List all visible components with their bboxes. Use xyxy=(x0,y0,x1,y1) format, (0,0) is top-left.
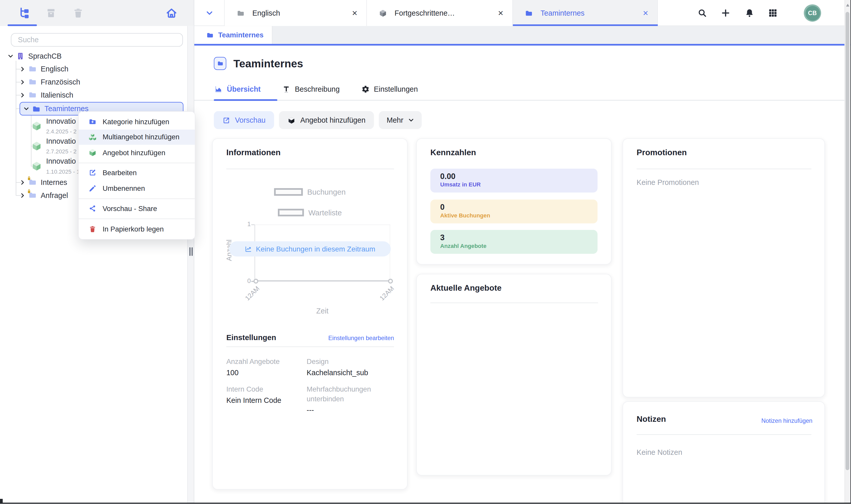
plus-icon[interactable] xyxy=(721,8,731,18)
tab-fortgeschrittene[interactable]: Fortgeschrittene… ✕ xyxy=(367,0,513,26)
field-value: Kein Intern Code xyxy=(226,396,307,406)
multi-cube-icon xyxy=(88,133,97,141)
resize-handle[interactable] xyxy=(189,247,190,256)
menu-item-label: Multiangebot hinzufügen xyxy=(103,133,179,141)
tree-node-internes[interactable]: Internes xyxy=(19,176,69,189)
close-icon[interactable]: ✕ xyxy=(498,9,504,17)
tree-offer-item[interactable]: Innovatio 1.10.2025 - 1 xyxy=(32,156,79,176)
breadcrumb-label: Teaminternes xyxy=(218,31,263,39)
window-edge-right xyxy=(850,0,851,504)
archive-icon[interactable] xyxy=(45,7,57,19)
preview-button[interactable]: Vorschau xyxy=(214,111,274,129)
tab-uebersicht[interactable]: Übersicht xyxy=(214,85,261,93)
chevron-down-icon[interactable] xyxy=(8,53,16,59)
tree-node-englisch[interactable]: Englisch xyxy=(19,62,68,75)
field-intern-code: Intern Code Kein Intern Code xyxy=(226,385,307,416)
tree-node-italienisch[interactable]: Italienisch xyxy=(19,88,73,102)
avatar[interactable]: CB xyxy=(804,4,821,22)
menu-item-bearbeiten[interactable]: Bearbeiten xyxy=(79,165,195,181)
tab-label: Englisch xyxy=(253,9,345,17)
sidebar-resize-gutter[interactable] xyxy=(187,26,194,504)
offer-dates: 2.4.2025 - 2 xyxy=(46,128,77,134)
chart-tick-mark xyxy=(251,224,255,225)
tab-teaminternes[interactable]: Teaminternes ✕ xyxy=(513,0,658,26)
offer-title: Innovatio xyxy=(46,137,76,145)
tree-connector xyxy=(16,61,16,195)
tree-node-franzoesisch[interactable]: Französisch xyxy=(19,75,80,88)
tabstrip-collapse-button[interactable] xyxy=(194,0,225,26)
field-design: Design Kachelansicht_sub xyxy=(307,357,396,378)
scrollbar-thumb[interactable] xyxy=(846,12,849,470)
tree-offer-item[interactable]: Innovatio 2.4.2025 - 2 xyxy=(32,116,79,136)
app-window: SprachCB Englisch Französisch Italienisc… xyxy=(0,0,851,504)
bell-icon[interactable] xyxy=(745,8,754,18)
tree-offer-item[interactable]: Innovatio 2.7.2025 - 2 xyxy=(32,136,79,156)
legend-swatch xyxy=(274,188,303,196)
add-offer-button[interactable]: Angebot hinzufügen xyxy=(279,111,374,129)
menu-item-umbenennen[interactable]: Umbenennen xyxy=(79,181,195,196)
card-divider xyxy=(637,168,812,169)
tree-node-label: SprachCB xyxy=(28,52,62,60)
tree-view-icon[interactable] xyxy=(18,7,30,19)
grid-icon[interactable] xyxy=(768,8,778,18)
tab-einstellungen[interactable]: Einstellungen xyxy=(361,85,418,93)
menu-item-kategorie-hinzufuegen[interactable]: Kategorie hinzufügen xyxy=(79,114,195,129)
text-icon xyxy=(282,85,291,93)
stat-value: 0.00 xyxy=(440,172,597,181)
menu-divider xyxy=(79,162,195,163)
edit-icon xyxy=(88,169,97,177)
menu-item-angebot-hinzufuegen[interactable]: Angebot hinzufügen xyxy=(79,145,195,160)
card-divider xyxy=(226,168,394,169)
resize-handle[interactable] xyxy=(191,247,192,256)
menu-item-label: Vorschau - Share xyxy=(103,204,157,213)
card-title: Aktuelle Angebote xyxy=(430,283,502,292)
home-icon[interactable] xyxy=(166,7,178,19)
tab-label: Teaminternes xyxy=(541,9,636,17)
more-button[interactable]: Mehr xyxy=(379,111,422,129)
card-notizen: Notizen Notizen hinzufügen Keine Notizen xyxy=(623,401,825,504)
field-value: Kachelansicht_sub xyxy=(307,368,396,378)
chevron-right-icon[interactable] xyxy=(19,92,28,98)
scrollbar-up-arrow[interactable] xyxy=(846,4,849,7)
legend-warteliste[interactable]: Warteliste xyxy=(213,208,407,217)
stat-label: Umsatz in EUR xyxy=(440,181,597,188)
close-icon[interactable]: ✕ xyxy=(643,9,648,17)
add-note-link[interactable]: Notizen hinzufügen xyxy=(761,417,812,424)
cube-icon xyxy=(379,9,387,17)
folder-icon xyxy=(237,9,245,17)
page-tabs: Übersicht Beschreibung Einstellungen xyxy=(214,82,418,96)
tab-englisch[interactable]: Englisch ✕ xyxy=(225,0,367,26)
field-anzahl-angebote: Anzahl Angebote 100 xyxy=(226,357,307,378)
chevron-down-icon[interactable] xyxy=(23,106,32,112)
trash-icon[interactable] xyxy=(72,7,84,19)
card-title: Promotionen xyxy=(637,147,687,157)
tree-node-anfragel[interactable]: Anfragel xyxy=(19,189,69,202)
breadcrumb[interactable]: Teaminternes xyxy=(194,26,273,44)
chart-y-tick: 0 xyxy=(235,277,251,284)
search-input[interactable] xyxy=(11,33,183,47)
pen-icon xyxy=(88,184,97,192)
menu-item-in-papierkorb-legen[interactable]: In Papierkorb legen xyxy=(79,221,195,237)
active-page-tab-indicator xyxy=(214,99,277,101)
folder-icon xyxy=(206,31,214,39)
stat-anzahl-angebote: 3 Anzahl Angebote xyxy=(430,230,597,254)
close-icon[interactable]: ✕ xyxy=(352,9,358,17)
field-mehrfachbuchungen: Mehrfachbuchungen unterbinden --- xyxy=(307,385,382,416)
tree-node-root[interactable]: SprachCB xyxy=(8,50,62,62)
empty-state-text: Keine Promotionen xyxy=(637,179,699,187)
stat-label: Aktive Buchungen xyxy=(440,212,597,219)
sidebar-toolbar xyxy=(0,0,194,26)
chevron-right-icon[interactable] xyxy=(19,79,28,85)
button-label: Angebot hinzufügen xyxy=(300,116,365,124)
menu-item-multiangebot-hinzufuegen[interactable]: Multiangebot hinzufügen xyxy=(79,129,195,145)
folder-icon xyxy=(217,60,223,67)
menu-item-vorschau-share[interactable]: Vorschau - Share xyxy=(79,201,195,216)
legend-buchungen[interactable]: Buchungen xyxy=(213,188,407,196)
tree-node-label: Internes xyxy=(41,178,69,186)
chevron-down-icon xyxy=(408,117,414,123)
tab-beschreibung[interactable]: Beschreibung xyxy=(282,85,340,93)
edit-settings-link[interactable]: Einstellungen bearbeiten xyxy=(328,335,394,341)
chevron-right-icon[interactable] xyxy=(19,66,28,72)
legend-label: Warteliste xyxy=(308,208,342,217)
search-icon[interactable] xyxy=(697,8,707,18)
